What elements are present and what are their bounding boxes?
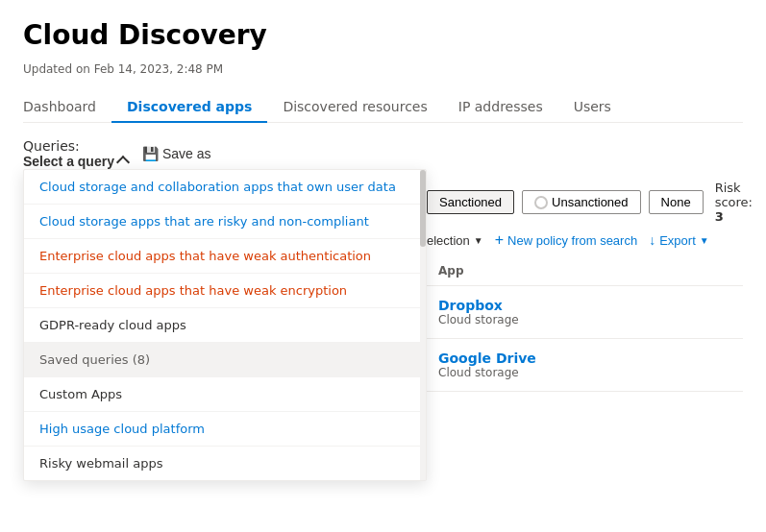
chevron-up-icon [116,156,130,169]
toolbar: Queries: Select a query 💾 Save as Cloud … [23,138,743,169]
sanctioned-filter-button[interactable]: Sanctioned [427,190,514,214]
updated-label: Updated on Feb 14, 2023, 2:48 PM [23,62,743,76]
unsanctioned-filter-button[interactable]: Unsanctioned [522,190,641,214]
app-cell-dropbox: Dropbox Cloud storage [438,298,731,326]
scrollbar-track[interactable] [420,170,426,480]
save-as-button[interactable]: 💾 Save as [136,146,219,161]
app-cell-googledrive: Google Drive Cloud storage [438,351,731,379]
dropdown-item-gdpr[interactable]: GDPR-ready cloud apps [24,308,426,343]
save-icon: 💾 [143,146,159,161]
select-query-button[interactable]: Select a query [23,154,128,169]
dropdown-item-cloud-storage-collab[interactable]: Cloud storage and collaboration apps tha… [24,170,426,205]
dropdown-item-risky-webmail[interactable]: Risky webmail apps [24,447,426,480]
none-filter-button[interactable]: None [649,190,704,214]
dropdown-item-high-usage[interactable]: High usage cloud platform [24,412,426,447]
tab-bar: Dashboard Discovered apps Discovered res… [23,91,743,123]
download-icon: ↓ [649,232,655,248]
app-category-dropbox: Cloud storage [438,313,731,326]
table-row: Google Drive Cloud storage [427,339,743,392]
dropdown-saved-queries-header: Saved queries (8) [24,343,426,377]
tab-ip-addresses[interactable]: IP addresses [443,91,558,122]
tab-users[interactable]: Users [558,91,627,122]
export-button[interactable]: ↓ Export ▼ [649,232,708,248]
tab-dashboard[interactable]: Dashboard [23,91,111,122]
selection-button[interactable]: election ▼ [427,233,483,248]
unsanctioned-circle-icon [534,196,548,209]
plus-icon: + [495,231,504,249]
new-policy-button[interactable]: + New policy from search [495,231,637,249]
scrollbar-thumb[interactable] [420,170,426,247]
app-category-googledrive: Cloud storage [438,366,731,379]
queries-prefix: Queries: Select a query [23,138,128,169]
page-title: Cloud Discovery [23,19,743,51]
tab-discovered-resources[interactable]: Discovered resources [267,91,442,122]
dropdown-item-enterprise-weak-enc[interactable]: Enterprise cloud apps that have weak enc… [24,274,426,308]
query-dropdown: Cloud storage and collaboration apps tha… [23,169,427,481]
export-chevron-icon: ▼ [700,235,709,246]
table-header: App [427,256,743,286]
app-name-dropbox[interactable]: Dropbox [438,298,731,313]
chevron-down-icon: ▼ [474,235,483,246]
app-name-googledrive[interactable]: Google Drive [438,351,731,366]
dropdown-item-enterprise-weak-auth[interactable]: Enterprise cloud apps that have weak aut… [24,239,426,274]
dropdown-item-cloud-storage-risky[interactable]: Cloud storage apps that are risky and no… [24,205,426,239]
table-row: Dropbox Cloud storage [427,286,743,339]
dropdown-item-custom-apps[interactable]: Custom Apps [24,377,426,412]
risk-score-label: Risk score: 3 [715,181,753,224]
tab-discovered-apps[interactable]: Discovered apps [111,91,267,122]
